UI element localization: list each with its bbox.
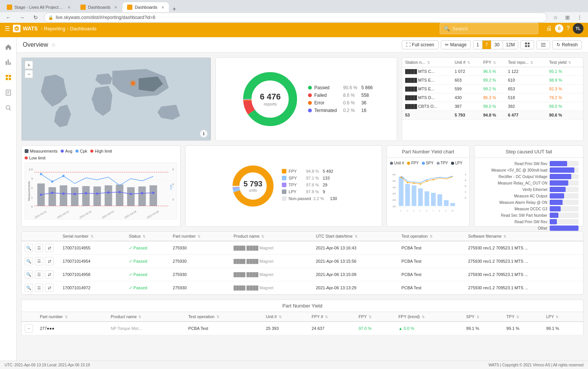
period-7-button[interactable]: 7 xyxy=(483,41,492,49)
back-button[interactable]: ← xyxy=(3,12,14,23)
svg-rect-55 xyxy=(149,185,157,206)
tab3-close[interactable]: ✕ xyxy=(161,5,164,9)
report-2-menu-btn[interactable]: ☰ xyxy=(35,257,43,265)
high-limit-label: High limit xyxy=(95,149,112,153)
pny-th-fpy[interactable]: FPY ⇅ xyxy=(355,312,395,322)
th-serial[interactable] xyxy=(22,232,60,241)
second-row: Measurements Avg Cpk High limit xyxy=(21,145,583,227)
report-4-menu-btn[interactable]: ☰ xyxy=(35,284,43,292)
report-1-link-btn[interactable]: ⇄ xyxy=(45,244,53,252)
col-yield[interactable]: Test yield ⇅ xyxy=(546,58,583,67)
search-bar[interactable]: 🔍 Search xyxy=(440,23,538,34)
pny-row-1-collapse-btn[interactable]: − xyxy=(25,324,33,333)
extensions-button[interactable]: ⊞ xyxy=(562,12,573,23)
favorite-button[interactable]: ☆ xyxy=(51,42,56,48)
period-12m-button[interactable]: 12M xyxy=(503,41,518,49)
sort-station: ⇅ xyxy=(427,61,430,65)
tab2-close[interactable]: ✕ xyxy=(114,5,117,9)
th-part[interactable]: Part number ⇅ xyxy=(170,232,230,241)
report-2-search-btn[interactable]: 🔍 xyxy=(25,257,33,265)
forward-button[interactable]: → xyxy=(17,12,27,23)
pny-th-product[interactable]: Product name ⇅ xyxy=(108,312,186,322)
pny-th-lpy[interactable]: LPY ⇅ xyxy=(543,312,583,322)
fullscreen-button[interactable]: ⛶ Full screen xyxy=(402,40,439,49)
svg-text:9: 9 xyxy=(172,168,174,171)
pny-lpy-label: LPY xyxy=(455,161,462,165)
sidebar-analytics-button[interactable] xyxy=(2,55,15,69)
manage-button[interactable]: ✏ Manage xyxy=(441,40,471,49)
scuf-bar-wrap-4 xyxy=(550,180,579,186)
pny-th-fpy-count[interactable]: FPY # ⇅ xyxy=(308,312,355,322)
refresh-button[interactable]: ↻ Refresh xyxy=(552,40,582,49)
report-1-menu-btn[interactable]: ☰ xyxy=(35,244,43,252)
th-serial-label[interactable]: Serial number ⇅ xyxy=(60,232,126,241)
report-4-serial: 170071014972 xyxy=(60,281,126,295)
refresh-button[interactable]: ↻ xyxy=(30,12,41,23)
period-30-button[interactable]: 30 xyxy=(491,41,503,49)
report-3-search-btn[interactable]: 🔍 xyxy=(25,270,33,279)
app-menu-button[interactable]: ☰ xyxy=(5,25,10,32)
col-unit[interactable]: Unit # ⇅ xyxy=(452,58,480,67)
error-dot xyxy=(308,101,312,105)
address-bar[interactable]: 🔒 live.skywats.com/dist/#/reporting/dash… xyxy=(44,13,547,22)
grid-view-button[interactable] xyxy=(520,40,534,49)
scuf-row-8: Measure DCDC G3 xyxy=(479,206,579,211)
report-2-link-btn[interactable]: ⇄ xyxy=(45,257,53,265)
browser-menu-button[interactable]: ⋮ xyxy=(574,12,585,23)
th-utc[interactable]: UTC Start date/time ⇅ xyxy=(313,232,398,241)
fullscreen-label: Full screen xyxy=(412,42,434,47)
pny-th-tpy[interactable]: TPY ⇅ xyxy=(503,312,543,322)
report-4-search-btn[interactable]: 🔍 xyxy=(25,284,33,292)
map-info-button[interactable]: ℹ xyxy=(200,130,208,137)
map-zoom-in-button[interactable]: + xyxy=(25,61,33,69)
terminated-name: Terminated xyxy=(314,108,341,113)
bookmark-button[interactable]: ☆ xyxy=(550,12,561,23)
col-fpy[interactable]: FPY ⇅ xyxy=(480,58,505,67)
station-3-unit: 599 xyxy=(452,85,480,93)
sidebar-search-button[interactable] xyxy=(2,101,15,115)
th-operation[interactable]: Test operation ⇅ xyxy=(398,232,465,241)
new-tab-button[interactable]: + xyxy=(170,6,179,12)
pny-th-fpy-trend[interactable]: FPY (trend) ⇅ xyxy=(395,312,463,322)
period-1-button[interactable]: 1 xyxy=(473,41,483,49)
print-icon[interactable]: 🖨 xyxy=(546,25,552,32)
pny-th-minus[interactable] xyxy=(22,312,37,322)
svg-point-104 xyxy=(407,182,408,183)
station-2-name: ████ MTS E... xyxy=(402,76,452,85)
breadcrumb-reporting[interactable]: Reporting xyxy=(44,26,65,32)
sidebar-reports-button[interactable] xyxy=(2,86,15,99)
browser-tab-1[interactable]: Stage - Lives All Projects... ✕ xyxy=(2,2,75,12)
col-reports[interactable]: Test repo... ⇅ xyxy=(505,58,546,67)
legend-avg: Avg xyxy=(61,149,72,153)
help-icon[interactable]: ? xyxy=(566,25,570,32)
report-4-link-btn[interactable]: ⇄ xyxy=(45,284,53,292)
scuf-bar-wrap-7 xyxy=(550,200,579,205)
status-bar-time: UTC: 2021-Apr-06 13:19 Local: 2021-Apr-0… xyxy=(5,363,90,367)
notification-badge[interactable]: 0 xyxy=(555,24,563,33)
status-bar: UTC: 2021-Apr-06 13:19 Local: 2021-Apr-0… xyxy=(0,361,588,369)
report-3-menu-btn[interactable]: ☰ xyxy=(35,270,43,279)
tab1-close[interactable]: ✕ xyxy=(68,5,71,9)
map-zoom-out-button[interactable]: − xyxy=(25,70,33,78)
station-table: Station n... ⇅ Unit # ⇅ FPY ⇅ Test repo.… xyxy=(402,58,583,120)
pny-th-operation[interactable]: Test operation ⇅ xyxy=(185,312,263,322)
user-avatar[interactable]: TL xyxy=(573,23,583,34)
report-3-link-btn[interactable]: ⇄ xyxy=(45,270,53,279)
pny-th-unit[interactable]: Unit # ⇅ xyxy=(263,312,308,322)
list-view-button[interactable] xyxy=(536,40,550,49)
th-product[interactable]: Product name ⇅ xyxy=(231,232,313,241)
pny-th-part[interactable]: Part number ⇅ xyxy=(37,312,108,322)
browser-tab-3[interactable]: Dashboards ✕ xyxy=(123,2,168,12)
browser-tab-2[interactable]: Dashboards ✕ xyxy=(76,2,122,12)
report-3-serial: 170071014958 xyxy=(60,268,126,281)
sidebar-home-button[interactable] xyxy=(2,40,15,54)
th-software[interactable]: Software filename ⇅ xyxy=(465,232,583,241)
pny-row-1-spy: 99.1 % xyxy=(463,322,503,335)
check-icon-4: ✓ xyxy=(129,285,132,290)
report-1-search-btn[interactable]: 🔍 xyxy=(25,244,33,252)
th-status[interactable]: Status ⇅ xyxy=(126,232,170,241)
sidebar-dashboard-button[interactable] xyxy=(2,71,15,84)
col-station[interactable]: Station n... ⇅ xyxy=(402,58,452,67)
pny-tpy-dot xyxy=(437,162,440,165)
pny-th-spy[interactable]: SPY ⇅ xyxy=(463,312,503,322)
